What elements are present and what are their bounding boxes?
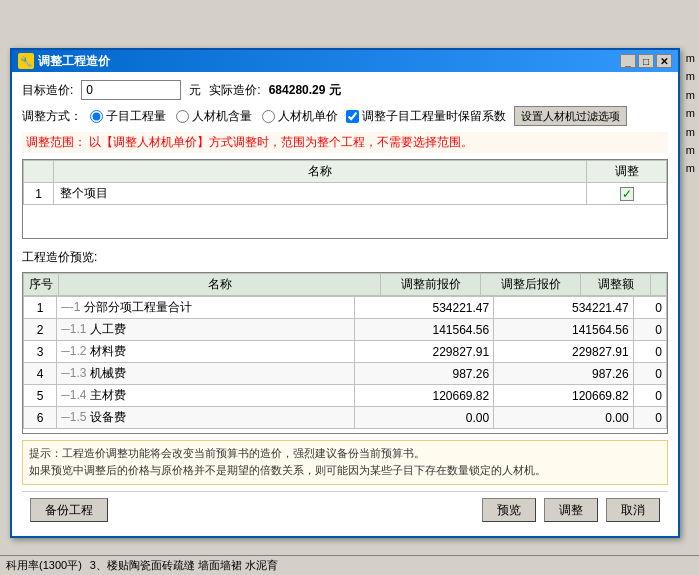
main-table: 名称 调整 1 整个项目 ✓	[23, 160, 667, 205]
radio-group: 子目工程量 人材机含量 人材机单价	[90, 108, 338, 125]
preview-row-level-name: ─1.5设备费	[57, 407, 354, 429]
radio-price-label: 人材机单价	[278, 108, 338, 125]
dialog-minimize-btn[interactable]: _	[620, 54, 636, 68]
statusbar: 科用率(1300平) 3、楼贴陶瓷面砖疏缝 墙面墙裙 水泥育	[0, 555, 699, 575]
preview-table-row: 6 ─1.5设备费 0.00 0.00 0	[24, 407, 667, 429]
preview-row-adj: 0	[633, 407, 666, 429]
main-table-area: 名称 调整 1 整个项目 ✓	[22, 159, 668, 239]
radio-price-input[interactable]	[262, 110, 275, 123]
preview-row-num: 6	[24, 407, 57, 429]
preview-row-after: 0.00	[494, 407, 633, 429]
preview-button[interactable]: 预览	[482, 498, 536, 522]
dialog-close-btn[interactable]: ✕	[656, 54, 672, 68]
preview-col-adj: 调整额	[581, 274, 651, 296]
row-checked-icon[interactable]: ✓	[620, 187, 634, 201]
side-letter-5: m	[684, 124, 697, 141]
preview-row-num: 5	[24, 385, 57, 407]
actual-price-label: 实际造价:	[209, 82, 260, 99]
dialog-body: 目标造价: 元 实际造价: 684280.29 元 调整方式： 子目工程量 人材…	[12, 72, 678, 536]
preview-row-level-name: ─1.1人工费	[57, 319, 354, 341]
preview-row-adj: 0	[633, 341, 666, 363]
preview-scroll-header	[651, 274, 667, 296]
adjust-button[interactable]: 调整	[544, 498, 598, 522]
preview-row-adj: 0	[633, 363, 666, 385]
retain-coefficient-label: 调整子目工程量时保留系数	[362, 108, 506, 125]
row-checkbox-cell[interactable]: ✓	[587, 183, 667, 205]
preview-row-before: 120669.82	[354, 385, 493, 407]
dialog-title-icon: 🔧	[18, 53, 34, 69]
preview-row-before: 987.26	[354, 363, 493, 385]
range-tip: 以【调整人材机单价】方式调整时，范围为整个工程，不需要选择范围。	[89, 135, 473, 149]
side-letter-6: m	[684, 142, 697, 159]
tip-area: 提示：工程造价调整功能将会改变当前预算书的造价，强烈建议备份当前预算书。 如果预…	[22, 440, 668, 485]
preview-col-before: 调整前报价	[381, 274, 481, 296]
preview-row-after: 120669.82	[494, 385, 633, 407]
preview-row-before: 0.00	[354, 407, 493, 429]
preview-row-before: 141564.56	[354, 319, 493, 341]
side-panel: m m m m m m m	[684, 50, 697, 178]
side-letter-4: m	[684, 105, 697, 122]
status-text1: 科用率(1300平)	[6, 558, 82, 573]
preview-row-num: 2	[24, 319, 57, 341]
row-num: 1	[24, 183, 54, 205]
preview-row-adj: 0	[633, 385, 666, 407]
preview-row-level-name: ─1.4主材费	[57, 385, 354, 407]
adjust-price-dialog: 🔧 调整工程造价 _ □ ✕ 目标造价: 元 实际造价: 684280.29 元…	[10, 48, 680, 538]
preview-table-row: 3 ─1.2材料费 229827.91 229827.91 0	[24, 341, 667, 363]
col-num-header	[24, 161, 54, 183]
adjust-method-label: 调整方式：	[22, 108, 82, 125]
tip-text: 提示：工程造价调整功能将会改变当前预算书的造价，强烈建议备份当前预算书。 如果预…	[29, 447, 546, 477]
radio-content-label: 人材机含量	[192, 108, 252, 125]
row-name: 整个项目	[54, 183, 587, 205]
side-letter-7: m	[684, 160, 697, 177]
preview-col-name: 名称	[59, 274, 381, 296]
radio-content-input[interactable]	[176, 110, 189, 123]
target-price-unit: 元	[189, 82, 201, 99]
side-letter-1: m	[684, 50, 697, 67]
dialog-maximize-btn[interactable]: □	[638, 54, 654, 68]
preview-row-num: 1	[24, 297, 57, 319]
preview-row-after: 534221.47	[494, 297, 633, 319]
preview-row-after: 141564.56	[494, 319, 633, 341]
preview-row-level-name: ─1.3机械费	[57, 363, 354, 385]
retain-checkbox-input[interactable]	[346, 110, 359, 123]
dialog-title-text: 调整工程造价	[38, 53, 110, 70]
dialog-controls: _ □ ✕	[620, 54, 672, 68]
dialog-title-left: 🔧 调整工程造价	[18, 53, 110, 70]
preview-table-row: 4 ─1.3机械费 987.26 987.26 0	[24, 363, 667, 385]
preview-row-num: 4	[24, 363, 57, 385]
col-name-header: 名称	[54, 161, 587, 183]
preview-table-row: 1 ─-1分部分项工程量合计 534221.47 534221.47 0	[24, 297, 667, 319]
preview-row-before: 534221.47	[354, 297, 493, 319]
range-row: 调整范围： 以【调整人材机单价】方式调整时，范围为整个工程，不需要选择范围。	[22, 132, 668, 153]
preview-row-after: 987.26	[494, 363, 633, 385]
preview-row-before: 229827.91	[354, 341, 493, 363]
preview-row-level-name: ─1.2材料费	[57, 341, 354, 363]
side-letter-3: m	[684, 87, 697, 104]
target-price-label: 目标造价:	[22, 82, 73, 99]
preview-table-header: 序号 名称 调整前报价 调整后报价 调整额	[23, 273, 667, 296]
filter-options-button[interactable]: 设置人材机过滤选项	[514, 106, 627, 126]
actual-price-value: 684280.29 元	[269, 82, 341, 99]
table-row: 1 整个项目 ✓	[24, 183, 667, 205]
backup-button[interactable]: 备份工程	[30, 498, 108, 522]
preview-col-after: 调整后报价	[481, 274, 581, 296]
range-label: 调整范围：	[26, 135, 86, 149]
radio-content[interactable]: 人材机含量	[176, 108, 252, 125]
radio-price[interactable]: 人材机单价	[262, 108, 338, 125]
preview-scroll-area[interactable]: 1 ─-1分部分项工程量合计 534221.47 534221.47 0 2 ─…	[23, 296, 667, 433]
preview-data-table: 1 ─-1分部分项工程量合计 534221.47 534221.47 0 2 ─…	[23, 296, 667, 429]
adjust-method-row: 调整方式： 子目工程量 人材机含量 人材机单价 调整子目工程量时保留系数	[22, 106, 668, 126]
preview-col-num: 序号	[24, 274, 59, 296]
cancel-button[interactable]: 取消	[606, 498, 660, 522]
radio-qty-label: 子目工程量	[106, 108, 166, 125]
radio-qty[interactable]: 子目工程量	[90, 108, 166, 125]
radio-qty-input[interactable]	[90, 110, 103, 123]
preview-table-row: 2 ─1.1人工费 141564.56 141564.56 0	[24, 319, 667, 341]
status-text2: 3、楼贴陶瓷面砖疏缝 墙面墙裙 水泥育	[90, 558, 278, 573]
target-price-input[interactable]	[81, 80, 181, 100]
preview-label: 工程造价预览:	[22, 249, 668, 266]
preview-row-adj: 0	[633, 297, 666, 319]
preview-row-num: 3	[24, 341, 57, 363]
retain-coefficient-checkbox[interactable]: 调整子目工程量时保留系数	[346, 108, 506, 125]
